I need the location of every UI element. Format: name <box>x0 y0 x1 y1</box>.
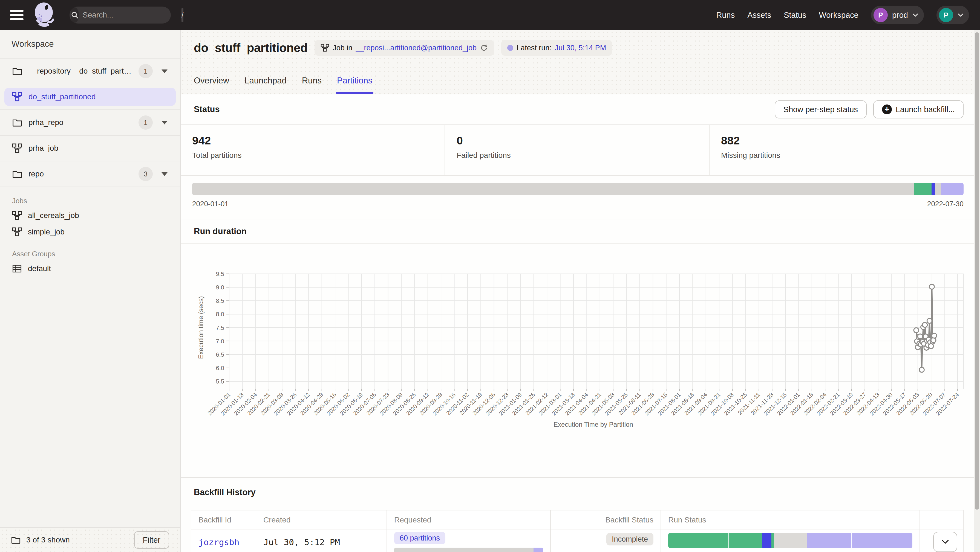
asset-groups-section-label: Asset Groups <box>0 247 180 260</box>
sidebar-item-all-cereals-job[interactable]: all_cereals_job <box>0 207 180 224</box>
run-duration-section: Run duration 9.59.08.58.07.57.06.56.05.5… <box>181 219 980 477</box>
column-header-requested: Requested <box>387 511 551 530</box>
svg-text:7.5: 7.5 <box>216 324 224 331</box>
bar-segment <box>932 183 935 195</box>
count-badge: 1 <box>138 64 153 78</box>
nav-assets[interactable]: Assets <box>747 11 771 20</box>
partition-status-bar[interactable] <box>192 183 964 195</box>
caret-down-icon[interactable] <box>162 70 167 73</box>
repos-shown-count: 3 of 3 shown <box>26 536 70 544</box>
job-header: do_stuff_partitioned Job in __reposi...a… <box>181 30 980 94</box>
sidebar-item-repo[interactable]: repo 3 <box>0 162 180 187</box>
deployment-switcher[interactable]: P prod <box>871 6 924 24</box>
sidebar-footer: 3 of 3 shown Filter <box>0 527 180 552</box>
filter-button[interactable]: Filter <box>134 531 169 549</box>
run-duration-title: Run duration <box>181 219 980 244</box>
partition-range-start: 2020-01-01 <box>192 200 229 208</box>
svg-text:8.5: 8.5 <box>216 297 224 304</box>
row-actions-cell <box>920 530 963 552</box>
tab-partitions[interactable]: Partitions <box>337 74 372 94</box>
sidebar-item-label: __repository__do_stuff_partitio... <box>29 67 132 76</box>
column-header-backfill-status: Backfill Status <box>551 511 661 530</box>
count-badge: 3 <box>138 167 153 181</box>
run-status-dot-icon <box>507 45 513 51</box>
reload-icon[interactable] <box>480 44 488 52</box>
job-origin-pill: Job in __reposi...artitioned@partitioned… <box>315 40 494 56</box>
global-search: / <box>70 6 171 24</box>
svg-text:8.0: 8.0 <box>216 311 224 317</box>
deployment-name: prod <box>892 11 908 20</box>
tab-launchpad[interactable]: Launchpad <box>245 74 286 94</box>
user-menu[interactable]: P <box>937 6 969 24</box>
job-icon <box>12 143 22 153</box>
backfill-status-badge: Incomplete <box>606 533 654 546</box>
column-header-created: Created <box>256 511 387 530</box>
sidebar-item-label: do_stuff_partitioned <box>29 92 95 101</box>
backfill-history-title: Backfill History <box>181 478 980 507</box>
backfill-history-section: Backfill History Backfill Id Created Req… <box>181 477 980 552</box>
caret-down-icon[interactable] <box>162 172 167 176</box>
nav-workspace[interactable]: Workspace <box>819 11 859 20</box>
backfill-id-link[interactable]: jozrgsbh <box>191 530 256 552</box>
stat-total-partitions: 942 Total partitions <box>181 125 445 175</box>
expand-row-button[interactable] <box>933 532 957 552</box>
requested-partitions-chip[interactable]: 60 partitions <box>394 532 445 544</box>
show-per-step-status-button[interactable]: Show per-step status <box>775 100 867 119</box>
column-header-run-status: Run Status <box>661 511 920 530</box>
folder-icon <box>12 169 22 179</box>
folder-icon <box>12 66 22 76</box>
job-icon <box>12 227 22 236</box>
sidebar-item-repository[interactable]: __repository__do_stuff_partitio... 1 <box>0 59 180 84</box>
bar-segment <box>668 533 729 548</box>
sidebar-item-prha-job[interactable]: prha_job <box>0 136 180 162</box>
job-tabs: Overview Launchpad Runs Partitions <box>194 74 372 94</box>
caret-down-icon[interactable] <box>162 121 167 124</box>
scrollbar-thumb[interactable] <box>975 32 979 509</box>
stat-label: Failed partitions <box>457 151 709 160</box>
execution-time-chart: 9.59.08.58.07.57.06.56.05.52020-01-01202… <box>189 244 972 435</box>
job-icon <box>321 44 329 52</box>
stat-value: 942 <box>192 134 445 147</box>
backfill-created-time: Jul 30, 5:12 PM <box>256 530 387 552</box>
hamburger-menu-icon[interactable] <box>10 8 24 22</box>
stat-label: Missing partitions <box>721 151 980 160</box>
folder-icon <box>11 535 21 545</box>
dagster-logo-icon[interactable] <box>31 2 57 29</box>
stat-label: Total partitions <box>192 151 445 160</box>
search-input[interactable] <box>83 11 181 19</box>
bar-segment <box>192 183 914 195</box>
tab-runs[interactable]: Runs <box>302 74 321 94</box>
bar-segment <box>941 183 964 195</box>
page-title: do_stuff_partitioned <box>194 41 307 55</box>
svg-text:Execution Time by Partition: Execution Time by Partition <box>554 421 633 428</box>
sidebar-item-label: prha_job <box>29 144 58 152</box>
sidebar-item-simple-job[interactable]: simple_job <box>0 224 180 240</box>
tab-overview[interactable]: Overview <box>194 74 229 94</box>
stat-value: 882 <box>721 134 980 147</box>
table-header-row: Backfill Id Created Requested Backfill S… <box>191 511 963 530</box>
job-icon <box>12 92 22 102</box>
sidebar-item-default-asset-group[interactable]: default <box>0 260 180 277</box>
run-status-bar[interactable] <box>668 533 912 548</box>
search-shortcut-key: / <box>181 8 183 22</box>
nav-runs[interactable]: Runs <box>716 11 735 20</box>
launch-backfill-button[interactable]: + Launch backfill... <box>873 100 964 119</box>
sidebar-item-do-stuff-partitioned[interactable]: do_stuff_partitioned <box>0 84 180 110</box>
sidebar-item-prha-repo[interactable]: prha_repo 1 <box>0 110 180 136</box>
bar-segment <box>935 183 942 195</box>
nav-status[interactable]: Status <box>784 11 806 20</box>
stat-missing-partitions: 882 Missing partitions <box>709 125 980 175</box>
latest-run-pill: Latest run: Jul 30, 5:14 PM <box>501 40 612 56</box>
column-header-actions <box>920 511 963 530</box>
backfill-history-table: Backfill Id Created Requested Backfill S… <box>191 510 964 552</box>
bar-segment <box>774 533 807 548</box>
chevron-down-icon <box>941 539 949 545</box>
job-origin-link[interactable]: __reposi...artitioned@partitioned_job <box>356 44 477 52</box>
sidebar-item-label: simple_job <box>28 228 65 236</box>
sidebar-item-label: all_cereals_job <box>28 211 79 220</box>
svg-text:5.5: 5.5 <box>216 378 224 385</box>
latest-run-link[interactable]: Jul 30, 5:14 PM <box>555 44 606 52</box>
user-avatar: P <box>939 8 953 22</box>
bar-segment <box>762 533 772 548</box>
bar-segment <box>852 533 912 548</box>
